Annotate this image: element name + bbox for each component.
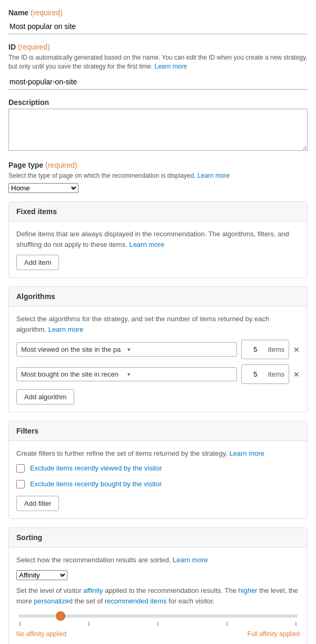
algorithms-learn-more-link[interactable]: Learn more	[48, 325, 83, 333]
sorting-learn-more-link[interactable]: Learn more	[173, 556, 208, 564]
higher-word: higher	[239, 587, 258, 594]
page-type-select-wrap: Home Product Category Cart Order confirm…	[8, 183, 78, 193]
description-input[interactable]	[8, 109, 308, 151]
filter-checkbox-row-1: Exclude items recently viewed by the vis…	[16, 464, 300, 473]
tick-3	[157, 622, 159, 626]
algorithms-body: Select the algorithms for the strategy, …	[9, 306, 307, 412]
algorithm-chevron-2: ▾	[127, 371, 232, 377]
description-field-group: Description	[8, 98, 308, 152]
algorithm-count-1[interactable]	[246, 342, 265, 357]
tick-1	[19, 622, 21, 626]
affinity-word: affinity	[83, 587, 103, 594]
algorithm-items-label-2: items	[268, 370, 284, 378]
id-input[interactable]	[8, 74, 308, 90]
fixed-items-body: Define items that are always displayed i…	[9, 222, 307, 277]
tick-2	[88, 622, 90, 626]
name-input[interactable]	[8, 19, 308, 34]
algorithm-remove-2[interactable]: ✕	[293, 370, 300, 379]
fixed-items-header: Fixed items	[9, 202, 307, 222]
filters-body: Create filters to further refine the set…	[9, 441, 307, 518]
algorithms-section: Algorithms Select the algorithms for the…	[8, 286, 308, 412]
id-hint: The ID is automatically generated based …	[8, 53, 308, 71]
sorting-header: Sorting	[9, 528, 307, 547]
sorting-body: Select how the recommendation results ar…	[9, 547, 307, 644]
filters-learn-more-link[interactable]: Learn more	[229, 449, 264, 457]
add-item-button[interactable]: Add item	[16, 255, 59, 270]
filter-checkbox-1[interactable]	[16, 464, 25, 473]
affinity-slider-labels: No affinity applied Full affinity applie…	[16, 630, 300, 638]
page-type-hint: Select the type of page on which the rec…	[8, 171, 308, 180]
filter-checkbox-2[interactable]	[16, 480, 25, 488]
fixed-items-section: Fixed items Define items that are always…	[8, 201, 308, 278]
sorting-select-wrap: Affinity Random Most viewed Most bought	[16, 570, 67, 580]
affinity-slider-thumb[interactable]	[56, 611, 65, 621]
filters-description: Create filters to further refine the set…	[16, 448, 300, 459]
sorting-select[interactable]: Affinity Random Most viewed Most bought	[16, 570, 67, 580]
algorithms-description: Select the algorithms for the strategy, …	[16, 314, 300, 334]
add-algorithm-button[interactable]: Add algorithm	[16, 389, 74, 405]
algorithm-items-label-1: items	[268, 345, 284, 353]
tick-5	[295, 622, 297, 626]
page-type-required: (required)	[45, 161, 77, 169]
sorting-description: Select how the recommendation results ar…	[16, 555, 300, 565]
name-field-group: Name (required)	[8, 8, 308, 34]
algorithm-count-2[interactable]	[246, 367, 265, 381]
recommended-items-word: recommended items	[105, 597, 167, 605]
algorithm-row-2: Most bought on the site in recen ▾ items…	[16, 364, 300, 384]
algorithm-count-wrap-2: items	[241, 364, 289, 384]
no-affinity-label: No affinity applied	[16, 630, 66, 638]
filters-section: Filters Create filters to further refine…	[8, 421, 308, 519]
page-type-field-group: Page type (required) Select the type of …	[8, 161, 308, 194]
full-affinity-label: Full affinity applied	[248, 630, 300, 638]
filter-label-1[interactable]: Exclude items recently viewed by the vis…	[30, 464, 162, 472]
id-required: (required)	[18, 43, 50, 51]
algorithm-chevron-1: ▾	[127, 347, 232, 352]
personalized-word: personalized	[34, 597, 73, 605]
name-label: Name (required)	[8, 8, 308, 17]
id-field-group: ID (required) The ID is automatically ge…	[8, 43, 308, 90]
fixed-items-description: Define items that are always displayed i…	[16, 229, 300, 249]
id-label: ID (required)	[8, 43, 308, 51]
filter-checkbox-row-2: Exclude items recently bought by the vis…	[16, 480, 300, 488]
filter-label-2[interactable]: Exclude items recently bought by the vis…	[30, 480, 162, 488]
affinity-description: Set the level of visitor affinity applie…	[16, 585, 300, 606]
page-type-learn-more-link[interactable]: Learn more	[197, 172, 230, 179]
algorithms-header: Algorithms	[9, 287, 307, 306]
filters-header: Filters	[9, 421, 307, 441]
algorithm-count-wrap-1: items	[241, 340, 289, 359]
algorithm-select-1[interactable]: Most viewed on the site in the pa ▾	[16, 342, 237, 357]
algorithm-label-1: Most viewed on the site in the pa	[21, 345, 125, 353]
id-learn-more-link[interactable]: Learn more	[154, 63, 186, 70]
fixed-items-learn-more-link[interactable]: Learn more	[129, 241, 164, 248]
algorithm-remove-1[interactable]: ✕	[293, 345, 300, 354]
algorithm-row-1: Most viewed on the site in the pa ▾ item…	[16, 340, 300, 359]
algorithm-select-2[interactable]: Most bought on the site in recen ▾	[16, 367, 237, 381]
affinity-slider-ticks	[18, 622, 298, 626]
sorting-section: Sorting Select how the recommendation re…	[8, 527, 308, 644]
tick-4	[226, 622, 228, 626]
algorithm-label-2: Most bought on the site in recen	[21, 370, 125, 378]
add-filter-button[interactable]: Add filter	[16, 496, 59, 511]
page-type-select[interactable]: Home Product Category Cart Order confirm…	[8, 183, 78, 193]
affinity-slider-track	[18, 614, 298, 618]
description-label: Description	[8, 98, 308, 107]
affinity-slider-container	[16, 614, 300, 626]
name-required: (required)	[31, 8, 63, 17]
page-type-label: Page type (required)	[8, 161, 308, 169]
